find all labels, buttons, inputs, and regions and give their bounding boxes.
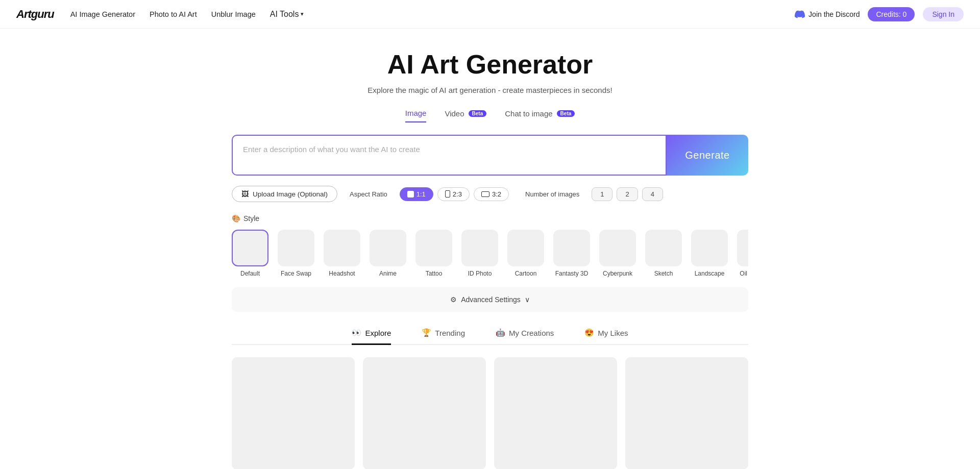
main-nav: AI Image Generator Photo to AI Art Unblu… [70,10,304,19]
style-label-oil-painting: Oil Painting [740,270,748,277]
style-item-default[interactable]: Default [232,230,268,277]
generate-button[interactable]: Generate [667,135,748,176]
style-label-headshot: Headshot [329,270,355,277]
style-label-tattoo: Tattoo [426,270,443,277]
style-thumb-face-swap [278,230,314,266]
gallery-tabs: 👀 Explore 🏆 Trending 🤖 My Creations 😍 My… [232,328,748,345]
logo[interactable]: Artguru [16,8,54,21]
style-thumb-cyberpunk [599,230,636,266]
chevron-down-icon: ∨ [525,295,530,304]
style-thumb-oil-painting [737,230,748,266]
style-item-oil-painting[interactable]: Oil Painting [737,230,748,277]
style-label: Style [243,214,259,223]
gallery-tab-my-creations[interactable]: 🤖 My Creations [496,328,554,345]
discord-icon [795,9,805,19]
my-creations-label: My Creations [509,329,554,337]
chevron-down-icon: ▾ [301,11,304,17]
options-row: 🖼 Upload Image (Optional) Aspect Ratio 1… [232,186,748,202]
aspect-2-3[interactable]: 2:3 [437,187,470,201]
gallery-tab-explore[interactable]: 👀 Explore [352,328,391,345]
num-images-label: Number of images [525,190,579,198]
nav-ai-image-generator[interactable]: AI Image Generator [70,10,135,18]
gallery-card-4[interactable] [625,357,748,469]
style-icon: 🎨 [232,214,240,223]
style-label-fantasy-3d: Fantasty 3D [555,270,589,277]
style-label-landscape: Landscape [695,270,725,277]
style-item-headshot[interactable]: Headshot [324,230,360,277]
style-thumb-default [232,230,268,266]
header: Artguru AI Image Generator Photo to AI A… [0,0,980,29]
style-item-id-photo[interactable]: ID Photo [461,230,498,277]
my-likes-label: My Likes [598,329,628,337]
aspect-1-1[interactable]: 1:1 [400,187,433,201]
upload-image-button[interactable]: 🖼 Upload Image (Optional) [232,186,337,202]
style-thumb-sketch [645,230,682,266]
discord-link[interactable]: Join the Discord [795,9,860,19]
style-label-sketch: Sketch [654,270,673,277]
style-item-cartoon[interactable]: Cartoon [507,230,544,277]
num-4[interactable]: 4 [642,187,663,201]
upload-icon: 🖼 [241,190,249,198]
gallery-tab-trending[interactable]: 🏆 Trending [422,328,465,345]
nav-photo-to-ai-art[interactable]: Photo to AI Art [150,10,197,18]
style-label-cyberpunk: Cyberpunk [603,270,632,277]
style-item-cyberpunk[interactable]: Cyberpunk [599,230,636,277]
tab-image[interactable]: Image [405,109,427,122]
aspect-ratio-options: 1:1 2:3 3:2 [400,187,509,201]
style-grid: Default Face Swap Headshot Anime Tattoo … [232,230,748,277]
style-item-sketch[interactable]: Sketch [645,230,682,277]
gallery-card-3[interactable] [494,357,617,469]
square-icon [407,191,414,198]
settings-icon: ⚙ [450,295,457,304]
aspect-ratio-label: Aspect Ratio [350,190,387,198]
style-thumb-landscape [691,230,728,266]
gallery-tab-my-likes[interactable]: 😍 My Likes [584,328,628,345]
gallery-card-1[interactable] [232,357,355,469]
landscape-icon [481,191,489,197]
style-label-face-swap: Face Swap [281,270,311,277]
style-item-fantasy-3d[interactable]: Fantasty 3D [553,230,590,277]
main-content: AI Art Generator Explore the magic of AI… [219,29,761,469]
mode-tabs: Image Video Beta Chat to image Beta [232,109,748,122]
chat-beta-badge: Beta [557,110,575,117]
style-thumb-fantasy-3d [553,230,590,266]
prompt-textarea[interactable] [232,135,667,176]
style-label-cartoon: Cartoon [515,270,537,277]
discord-label: Join the Discord [808,10,860,18]
nav-ai-tools[interactable]: AI Tools ▾ [270,10,304,19]
tab-chat-to-image[interactable]: Chat to image Beta [505,109,575,122]
style-label-id-photo: ID Photo [468,270,492,277]
tab-video[interactable]: Video Beta [445,109,486,122]
style-thumb-tattoo [415,230,452,266]
header-right: Join the Discord Credits: 0 Sign In [795,7,964,21]
style-item-face-swap[interactable]: Face Swap [278,230,314,277]
generator-row: Generate [232,135,748,176]
aspect-3-2[interactable]: 3:2 [474,187,509,201]
num-2[interactable]: 2 [617,187,638,201]
page-title: AI Art Generator [232,49,748,80]
advanced-settings-label: Advanced Settings [461,295,521,304]
signin-button[interactable]: Sign In [923,7,964,21]
advanced-settings[interactable]: ⚙ Advanced Settings ∨ [232,287,748,312]
num-images-options: 1 2 4 [592,187,663,201]
my-likes-icon: 😍 [584,328,594,337]
style-item-landscape[interactable]: Landscape [691,230,728,277]
num-1[interactable]: 1 [592,187,612,201]
style-thumb-cartoon [507,230,544,266]
gallery-grid [232,357,748,469]
style-thumb-id-photo [461,230,498,266]
my-creations-icon: 🤖 [496,328,505,337]
nav-unblur-image[interactable]: Unblur Image [211,10,256,18]
gallery-card-2[interactable] [363,357,486,469]
style-item-anime[interactable]: Anime [370,230,406,277]
explore-label: Explore [365,329,391,337]
page-subtitle: Explore the magic of AI art generation -… [232,86,748,94]
trending-icon: 🏆 [422,328,431,337]
style-item-tattoo[interactable]: Tattoo [415,230,452,277]
video-beta-badge: Beta [469,110,487,117]
portrait-icon [445,190,450,198]
style-label-default: Default [240,270,260,277]
style-header: 🎨 Style [232,214,748,223]
style-label-anime: Anime [379,270,397,277]
credits-button[interactable]: Credits: 0 [868,7,915,21]
